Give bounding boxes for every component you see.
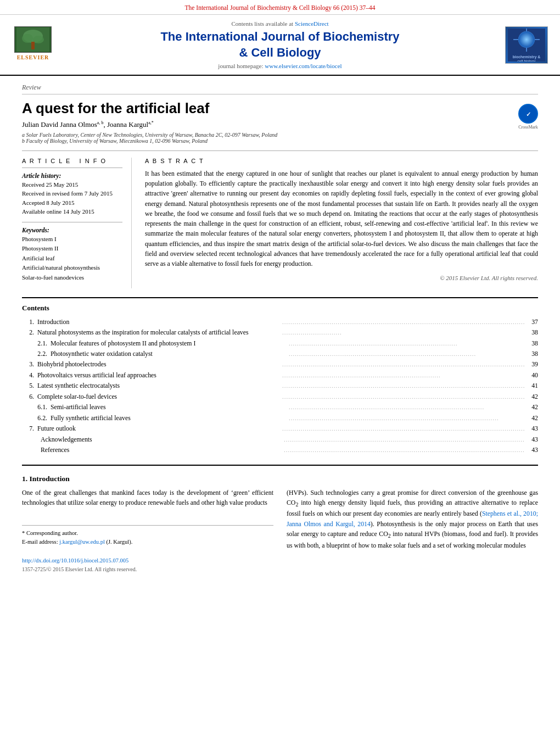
- toc-item-6-1: 6.1. Semi-artificial leaves ............…: [22, 402, 538, 412]
- footnotes: * Corresponding author. E-mail address: …: [22, 525, 273, 573]
- author1-affil: a, b: [97, 120, 104, 125]
- toc-item-4: 4. Photovoltaics versus artificial leaf …: [22, 370, 538, 381]
- elsevier-tree-icon: [14, 26, 52, 53]
- toc-item-1: 1. Introduction ........................…: [22, 317, 538, 327]
- journal-citation-link[interactable]: The International Journal of Biochemistr…: [185, 4, 376, 11]
- journal-header: ELSEVIER Contents lists available at Sci…: [0, 15, 560, 76]
- toc-item-3: 3. Biohybrid photoelectrodes ...........…: [22, 359, 538, 370]
- email-line: E-mail address: j.kargul@uw.edu.pl (J. K…: [22, 538, 273, 546]
- intro-body: One of the great challenges that mankind…: [22, 488, 538, 574]
- affiliations: a Solar Fuels Laboratory, Center of New …: [22, 132, 538, 144]
- toc-item-6-2: 6.2. Fully synthetic artificial leaves .…: [22, 413, 538, 423]
- journal-title-area: Contents lists available at ScienceDirec…: [66, 20, 494, 69]
- article-info-panel: A R T I C L E I N F O Article history: R…: [22, 158, 132, 288]
- crossmark-icon: ✓: [518, 104, 538, 124]
- doi-line: http://dx.doi.org/10.1016/j.biocel.2015.…: [22, 556, 273, 565]
- author1: Julian David Janna Olmos: [22, 121, 97, 129]
- svg-point-7: [522, 35, 531, 44]
- svg-point-2: [22, 34, 33, 43]
- elsevier-logo: ELSEVIER: [11, 26, 55, 64]
- author2-star: *: [152, 120, 154, 125]
- corresponding-note: * Corresponding author.: [22, 529, 273, 538]
- svg-text:biochemistry &: biochemistry &: [513, 55, 541, 59]
- svg-text:✓: ✓: [526, 111, 531, 118]
- svg-text:cell biology: cell biology: [517, 59, 536, 62]
- journal-homepage-link[interactable]: www.elsevier.com/locate/biocel: [265, 63, 341, 69]
- svg-point-6: [519, 32, 534, 47]
- sciencedirect-link[interactable]: ScienceDirect: [295, 20, 329, 27]
- journal-homepage: journal homepage: www.elsevier.com/locat…: [66, 63, 494, 69]
- affiliation-a: a Solar Fuels Laboratory, Center of New …: [22, 132, 538, 138]
- intro-divider: [22, 465, 538, 466]
- article-history: Article history: Received 25 May 2015 Re…: [22, 172, 122, 216]
- intro-left-col: One of the great challenges that mankind…: [22, 488, 273, 574]
- abstract-panel: A B S T R A C T It has been estimated th…: [145, 158, 538, 288]
- intro-left-text: One of the great challenges that mankind…: [22, 488, 273, 508]
- copyright-line: © 2015 Elsevier Ltd. All rights reserved…: [145, 275, 538, 281]
- journal-logo-icon: biochemistry & cell biology: [505, 26, 548, 64]
- toc-item-acknowledgements: Acknowledgements .......................…: [22, 434, 538, 445]
- article-divider: [22, 150, 538, 151]
- abstract-title: A B S T R A C T: [145, 158, 538, 164]
- intro-right-col: (HVPs). Such technologies carry a great …: [287, 488, 538, 574]
- toc-item-7: 7. Future outlook ......................…: [22, 423, 538, 434]
- abstract-text: It has been estimated that the energy ca…: [145, 169, 538, 269]
- introduction-section: 1. Introduction One of the great challen…: [22, 475, 538, 574]
- intro-heading: 1. Introduction: [22, 475, 538, 483]
- crossmark-label: CrossMark: [518, 125, 538, 130]
- toc-item-2-1: 2.1. Molecular features of photosystem I…: [22, 338, 538, 349]
- toc-item-2: 2. Natural photosystems as the inspirati…: [22, 327, 538, 338]
- article-info-title: A R T I C L E I N F O: [22, 158, 122, 164]
- contents-title: Contents: [22, 304, 538, 313]
- author2: Joanna Kargul: [107, 121, 148, 129]
- ref-stephens[interactable]: Stephens et al., 2010; Janna Olmos and K…: [287, 510, 538, 527]
- toc-item-references: References .............................…: [22, 445, 538, 455]
- article-info-abstract: A R T I C L E I N F O Article history: R…: [22, 158, 538, 288]
- intro-right-text: (HVPs). Such technologies carry a great …: [287, 488, 538, 550]
- email-link[interactable]: j.kargul@uw.edu.pl: [59, 539, 105, 545]
- authors-line: Julian David Janna Olmosa, b, Joanna Kar…: [22, 120, 538, 129]
- article-type-label: Review: [22, 83, 538, 94]
- doi-link[interactable]: http://dx.doi.org/10.1016/j.biocel.2015.…: [22, 557, 128, 564]
- svg-rect-4: [31, 42, 35, 49]
- journal-logo-area: biochemistry & cell biology: [505, 26, 549, 64]
- contents-divider: [22, 297, 538, 298]
- toc-item-6: 6. Complete solar-to-fuel devices ......…: [22, 392, 538, 402]
- elsevier-logo-img: ELSEVIER: [11, 26, 55, 64]
- article-title: A quest for the artificial leaf: [22, 100, 538, 117]
- keywords-block: Keywords: Photosystem I Photosystem II A…: [22, 227, 122, 283]
- toc-item-2-2: 2.2. Photosynthetic water oxidation cata…: [22, 349, 538, 359]
- affiliation-b: b Faculty of Biology, University of Wars…: [22, 138, 538, 144]
- sciencedirect-line: Contents lists available at ScienceDirec…: [66, 20, 494, 27]
- crossmark-badge: ✓ CrossMark: [518, 104, 538, 130]
- toc-item-5: 5. Latest synthetic electrocatalysts ...…: [22, 381, 538, 391]
- svg-point-8: [524, 37, 529, 42]
- journal-title: The International Journal of Biochemistr…: [66, 29, 494, 60]
- elsevier-text-icon: ELSEVIER: [17, 54, 49, 60]
- top-bar: The International Journal of Biochemistr…: [0, 0, 560, 15]
- main-content: Review A quest for the artificial leaf ✓…: [0, 83, 560, 573]
- issn-line: 1357-2725/© 2015 Elsevier Ltd. All right…: [22, 565, 273, 574]
- table-of-contents: Contents 1. Introduction ...............…: [22, 304, 538, 456]
